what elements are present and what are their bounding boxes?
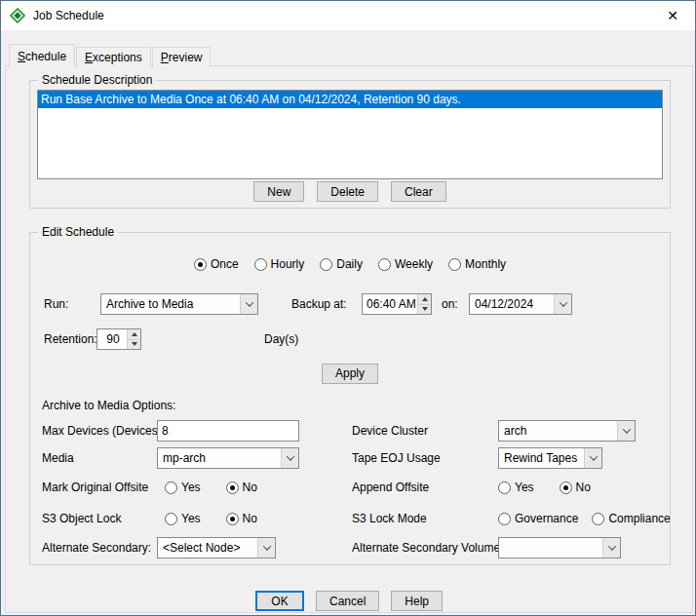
- date-select-value: 04/12/2024: [475, 297, 533, 311]
- spin-down-icon[interactable]: [417, 304, 431, 315]
- frequency-monthly-radio[interactable]: Monthly: [448, 257, 506, 271]
- mark-original-offsite-radios: Yes No: [165, 477, 257, 498]
- max-devices-input[interactable]: [157, 420, 299, 442]
- spinner-buttons: [417, 294, 431, 314]
- backup-time-stepper[interactable]: 06:40 AM: [362, 293, 432, 315]
- radio-icon: [226, 481, 239, 494]
- run-row: Run: Archive to Media Backup at: 06:40 A…: [30, 293, 670, 317]
- edit-schedule-legend: Edit Schedule: [38, 225, 118, 239]
- tape-eoj-value: Rewind Tapes: [504, 451, 577, 465]
- tab-exceptions[interactable]: Exceptions: [76, 47, 151, 67]
- schedule-description-buttons: New Delete Clear: [30, 181, 670, 202]
- media-label: Media: [42, 447, 74, 469]
- retention-value: 90: [106, 332, 119, 346]
- backup-at-label: Backup at:: [291, 293, 347, 315]
- schedule-list[interactable]: Run Base Archive to Media Once at 06:40 …: [37, 90, 663, 179]
- date-select[interactable]: 04/12/2024: [469, 293, 572, 315]
- alternate-secondary-row: Alternate Secondary: <Select Node> Alter…: [30, 537, 670, 560]
- tab-schedule-label: Schedule: [18, 50, 66, 63]
- cancel-button[interactable]: Cancel: [316, 591, 379, 611]
- apply-button[interactable]: Apply: [322, 364, 378, 384]
- frequency-once-radio[interactable]: Once: [194, 257, 239, 271]
- chevron-down-icon[interactable]: [554, 294, 571, 314]
- chevron-down-icon[interactable]: [617, 421, 635, 441]
- yes-label: Yes: [181, 512, 201, 525]
- append-offsite-radios: Yes No: [498, 477, 591, 498]
- device-cluster-select[interactable]: arch: [498, 420, 636, 442]
- alternate-secondary-value: <Select Node>: [163, 541, 240, 555]
- chevron-down-icon[interactable]: [584, 448, 601, 468]
- media-row: Media mp-arch Tape EOJ Usage Rewind Tape…: [30, 447, 670, 471]
- clear-button[interactable]: Clear: [391, 181, 446, 202]
- spin-up-icon[interactable]: [127, 329, 140, 339]
- window-title: Job Schedule: [33, 9, 104, 22]
- ok-button[interactable]: OK: [255, 591, 304, 611]
- tab-preview-label: Preview: [161, 51, 203, 64]
- s3-object-lock-radios: Yes No: [165, 508, 257, 529]
- mark-original-offsite-no-radio[interactable]: No: [226, 481, 257, 494]
- device-cluster-value: arch: [504, 424, 526, 438]
- help-button[interactable]: Help: [391, 591, 443, 611]
- alternate-secondary-volume-select[interactable]: [498, 537, 621, 558]
- frequency-weekly-radio[interactable]: Weekly: [378, 257, 433, 271]
- run-label: Run:: [44, 293, 68, 315]
- frequency-hourly-radio[interactable]: Hourly: [254, 257, 305, 271]
- frequency-hourly-label: Hourly: [271, 257, 305, 271]
- alternate-secondary-label: Alternate Secondary:: [42, 537, 151, 558]
- archive-options-heading: Archive to Media Options:: [42, 399, 175, 412]
- s3-lock-mode-governance-radio[interactable]: Governance: [498, 512, 578, 525]
- alternate-secondary-select[interactable]: <Select Node>: [157, 537, 276, 558]
- frequency-daily-radio[interactable]: Daily: [320, 257, 363, 271]
- no-label: No: [243, 481, 257, 494]
- mark-original-offsite-label: Mark Original Offsite: [42, 477, 148, 498]
- chevron-down-icon[interactable]: [240, 294, 257, 314]
- title-bar: Job Schedule ✕: [1, 1, 695, 30]
- frequency-radio-group: Once Hourly Daily Weekly Monthly: [30, 252, 670, 276]
- append-offsite-no-radio[interactable]: No: [560, 481, 591, 494]
- retention-stepper[interactable]: 90: [97, 328, 141, 350]
- tab-strip: Schedule Exceptions Preview: [9, 44, 212, 67]
- radio-icon: [226, 513, 239, 525]
- days-unit-label: Day(s): [264, 328, 298, 350]
- chevron-down-icon[interactable]: [602, 538, 620, 558]
- delete-button[interactable]: Delete: [317, 181, 378, 202]
- media-select[interactable]: mp-arch: [157, 447, 299, 469]
- radio-icon: [560, 481, 572, 494]
- mark-original-offsite-yes-radio[interactable]: Yes: [165, 481, 201, 494]
- radio-icon: [498, 481, 511, 494]
- radio-icon: [378, 258, 391, 271]
- spin-up-icon[interactable]: [417, 294, 431, 304]
- tab-preview[interactable]: Preview: [152, 47, 212, 67]
- spin-down-icon[interactable]: [127, 339, 140, 350]
- s3-lock-mode-compliance-radio[interactable]: Compliance: [592, 512, 670, 525]
- app-icon: [10, 8, 25, 23]
- tab-schedule[interactable]: Schedule: [9, 44, 75, 67]
- radio-icon: [498, 513, 511, 525]
- media-value: mp-arch: [163, 451, 206, 465]
- schedule-list-item[interactable]: Run Base Archive to Media Once at 06:40 …: [38, 91, 662, 108]
- s3-object-lock-no-radio[interactable]: No: [226, 512, 257, 525]
- s3-row: S3 Object Lock Yes No S3 Lock Mode: [30, 508, 670, 531]
- tape-eoj-select[interactable]: Rewind Tapes: [498, 447, 602, 469]
- frequency-daily-label: Daily: [336, 257, 363, 271]
- append-offsite-label: Append Offsite: [352, 477, 429, 498]
- s3-lock-mode-label: S3 Lock Mode: [352, 508, 427, 529]
- new-button[interactable]: New: [253, 181, 304, 202]
- apply-row: Apply: [30, 362, 670, 385]
- run-select-value: Archive to Media: [106, 297, 193, 311]
- retention-label: Retention:: [44, 328, 97, 350]
- s3-lock-mode-radios: Governance Compliance: [498, 508, 671, 529]
- radio-icon: [592, 513, 604, 525]
- backup-time-value: 06:40 AM: [367, 297, 416, 311]
- radio-icon: [165, 481, 177, 494]
- schedule-description-group: Schedule Description Run Base Archive to…: [29, 80, 671, 209]
- s3-object-lock-yes-radio[interactable]: Yes: [165, 512, 201, 525]
- run-select[interactable]: Archive to Media: [100, 293, 258, 315]
- close-icon[interactable]: ✕: [650, 1, 695, 30]
- radio-icon: [320, 258, 332, 271]
- chevron-down-icon[interactable]: [257, 538, 275, 558]
- chevron-down-icon[interactable]: [281, 448, 298, 468]
- append-offsite-yes-radio[interactable]: Yes: [498, 481, 534, 494]
- edit-schedule-group: Edit Schedule Once Hourly Daily Weekly: [29, 232, 671, 565]
- radio-icon: [448, 258, 461, 271]
